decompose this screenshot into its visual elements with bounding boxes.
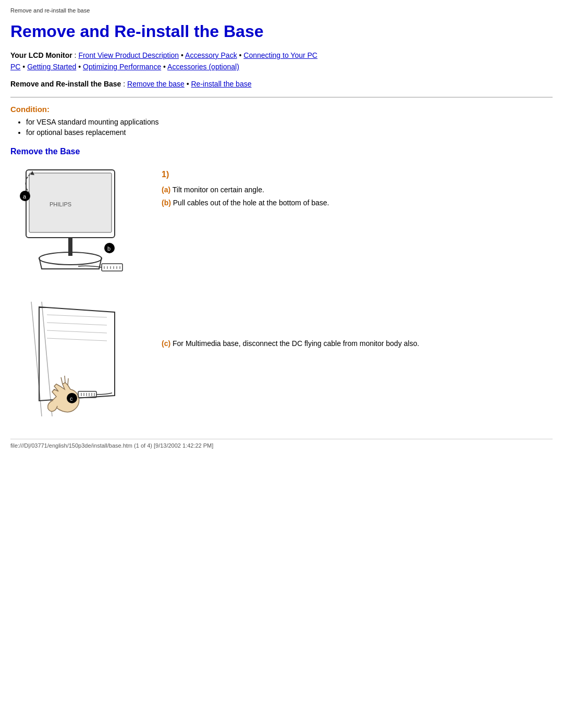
step-1-row: PHILIPS a b [10, 165, 553, 286]
svg-line-17 [31, 302, 42, 416]
svg-rect-10 [102, 264, 123, 271]
svg-line-22 [47, 338, 107, 341]
hand-image-col: c [10, 297, 151, 418]
link-accessories[interactable]: Accessories (optional) [167, 63, 239, 71]
step-2c-desc: For Multimedia base, disconnect the DC f… [170, 339, 419, 348]
link-accessory-pack[interactable]: Accessory Pack [185, 51, 237, 59]
svg-text:PHILIPS: PHILIPS [50, 201, 71, 207]
condition-item-2: for optional bases replacement [26, 128, 553, 137]
hand-illustration: c [10, 297, 146, 416]
step-2c-label: (c) [162, 339, 170, 348]
svg-line-23 [61, 377, 63, 384]
instructions-layout: PHILIPS a b [10, 165, 553, 418]
link-front-view[interactable]: Front View Product Description [78, 51, 179, 59]
page-title: Remove and Re-install the Base [10, 22, 553, 41]
step-1a-text: (a) Tilt monitor on certain angle. [162, 184, 553, 195]
footer: file:///D|/03771/english/150p3de/install… [10, 439, 553, 449]
your-lcd-label: Your LCD Monitor [10, 51, 72, 59]
step-1b-desc: Pull cables out of the hole at the botto… [171, 199, 329, 207]
link-connecting[interactable]: Connecting to Your PC [243, 51, 317, 59]
svg-line-25 [68, 378, 68, 385]
breadcrumb-reinstall: Remove and Re-install the Base : Remove … [10, 78, 553, 90]
step-1b-text: (b) Pull cables out of the hole at the b… [162, 198, 553, 208]
svg-text:b: b [107, 245, 111, 252]
step-1a-label: (a) [162, 186, 170, 194]
remove-base-title: Remove the Base [10, 147, 553, 156]
link-optimizing[interactable]: Optimizing Performance [83, 63, 161, 71]
step-1b-label: (b) [162, 199, 171, 207]
condition-item-1: for VESA standard mounting applications [26, 118, 553, 126]
condition-list: for VESA standard mounting applications … [26, 118, 553, 137]
monitor-image-col: PHILIPS a b [10, 165, 151, 286]
svg-line-18 [42, 302, 52, 416]
divider [10, 97, 553, 97]
svg-line-20 [47, 323, 107, 325]
svg-text:c: c [70, 396, 73, 402]
monitor-illustration: PHILIPS a b [10, 165, 146, 285]
step-2-text-col: (c) For Multimedia base, disconnect the … [162, 297, 553, 351]
link-reinstall-base[interactable]: Re-install the base [191, 80, 252, 88]
link-pc[interactable]: PC [10, 63, 20, 71]
svg-line-21 [47, 330, 107, 333]
svg-line-19 [47, 315, 107, 317]
svg-line-24 [65, 376, 65, 382]
step-2c-text: (c) For Multimedia base, disconnect the … [162, 338, 553, 349]
link-getting-started[interactable]: Getting Started [27, 63, 76, 71]
svg-text:a: a [23, 193, 27, 200]
step-1a-desc: Tilt monitor on certain angle. [170, 186, 264, 194]
footer-text: file:///D|/03771/english/150p3de/install… [10, 442, 213, 449]
step-1-number: 1) [162, 170, 553, 179]
step-2-row: c (c) For Multimedia base, disconnect th… [10, 297, 553, 418]
breadcrumb-lcd-monitor: Your LCD Monitor : Front View Product De… [10, 50, 553, 73]
browser-bar: Remove and re-install the base [10, 5, 553, 18]
link-remove-base[interactable]: Remove the base [127, 80, 185, 88]
browser-bar-text: Remove and re-install the base [10, 7, 90, 14]
condition-title: Condition: [10, 105, 553, 114]
step-1-text-col: 1) (a) Tilt monitor on certain angle. (b… [162, 165, 553, 211]
reinstall-label: Remove and Re-install the Base [10, 80, 121, 88]
